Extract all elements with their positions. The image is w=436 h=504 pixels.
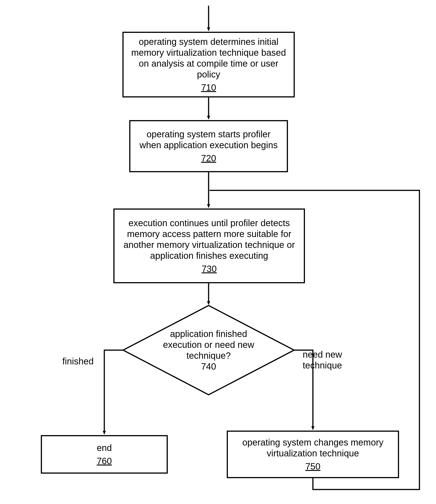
process-box-720: operating system starts profiler when ap… <box>129 120 288 172</box>
terminator-number: 760 <box>97 456 112 466</box>
edge-label-finished: finished <box>62 356 94 367</box>
process-text: operating system determines initial memo… <box>130 36 287 80</box>
process-text: operating system starts profiler when ap… <box>137 129 280 151</box>
decision-number: 740 <box>201 361 216 372</box>
decision-text: application finished execution or need n… <box>150 328 268 361</box>
process-number: 730 <box>201 263 217 274</box>
process-number: 750 <box>305 461 321 472</box>
process-number: 720 <box>201 153 216 164</box>
process-number: 710 <box>201 82 216 93</box>
process-text: operating system changes memory virtuali… <box>235 437 391 459</box>
terminator-text: end <box>97 442 112 453</box>
decision-740: application finished execution or need n… <box>122 305 295 396</box>
process-text: execution continues until profiler detec… <box>121 217 297 261</box>
process-box-750: operating system changes memory virtuali… <box>227 431 399 478</box>
process-box-710: operating system determines initial memo… <box>122 32 295 98</box>
decision-text-wrap: application finished execution or need n… <box>150 323 268 377</box>
edge-label-need-new: need new technique <box>303 349 353 371</box>
process-box-730: execution continues until profiler detec… <box>113 208 305 283</box>
terminator-box-760: end 760 <box>41 435 168 474</box>
